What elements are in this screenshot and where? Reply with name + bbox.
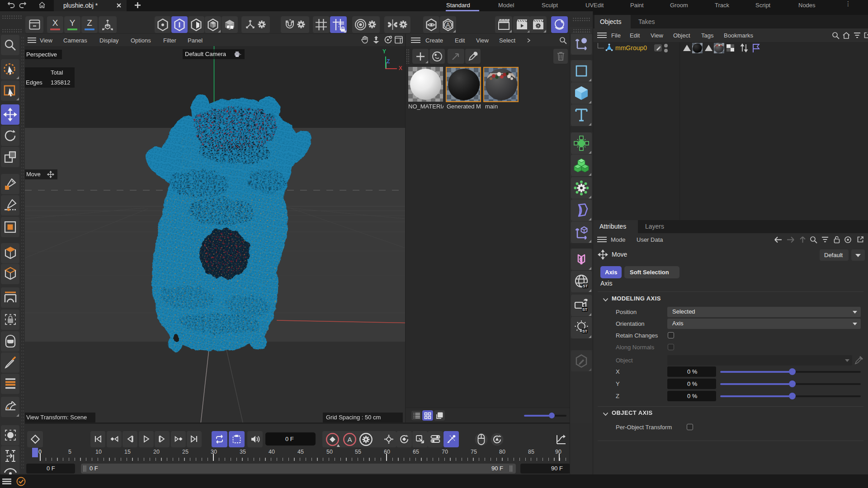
svg-text:ST: ST: [582, 329, 588, 333]
svg-text:ST: ST: [583, 284, 588, 288]
svg-text:A: A: [347, 436, 352, 443]
svg-text:A: A: [446, 21, 450, 28]
svg-text:ST: ST: [582, 307, 588, 312]
